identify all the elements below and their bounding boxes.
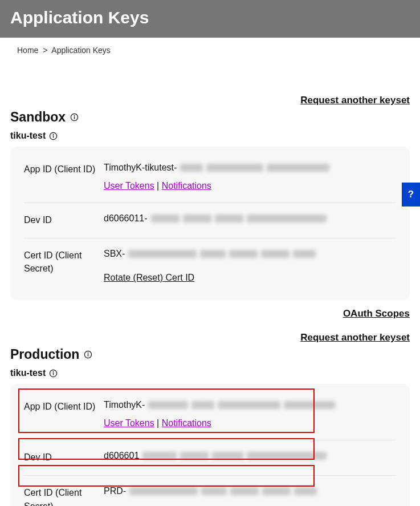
production-title-row: Production <box>10 347 410 362</box>
oauth-scopes-link[interactable]: OAuth Scopes <box>343 308 410 319</box>
devid-value: d6066011- <box>104 213 396 226</box>
breadcrumb: Home > Application Keys <box>0 38 420 60</box>
production-appid-prefix: TimothyK- <box>104 400 145 410</box>
redacted-segment <box>212 452 243 460</box>
redacted-segment <box>128 250 197 258</box>
sandbox-devid-row: Dev ID d6066011- <box>24 203 396 238</box>
sandbox-appid-links: User Tokens | Notifications <box>104 181 396 191</box>
production-title: Production <box>10 347 79 362</box>
redacted-segment <box>247 214 327 222</box>
production-certid-prefix: PRD- <box>104 486 126 496</box>
svg-point-1 <box>74 115 75 116</box>
sandbox-title-row: Sandbox <box>10 110 410 125</box>
production-app-name: tiku-test <box>10 368 46 378</box>
info-icon[interactable] <box>84 350 92 359</box>
svg-rect-2 <box>74 116 75 119</box>
certid-label: Cert ID (Client Secret) <box>24 249 104 283</box>
redacted-segment <box>129 487 198 495</box>
main-content: Request another keyset Sandbox tiku-test… <box>0 95 420 506</box>
sandbox-request-row: Request another keyset <box>10 95 410 106</box>
redacted-segment <box>200 250 226 258</box>
breadcrumb-current: Application Keys <box>51 46 111 55</box>
redacted-segment <box>180 164 203 172</box>
redacted-segment <box>151 214 180 222</box>
svg-point-7 <box>88 353 89 354</box>
redacted-segment <box>261 250 289 258</box>
user-tokens-link[interactable]: User Tokens <box>104 418 154 428</box>
oauth-scopes-row: OAuth Scopes <box>10 308 410 319</box>
sandbox-title: Sandbox <box>10 110 66 125</box>
notifications-link[interactable]: Notifications <box>162 181 211 191</box>
page-title: Application Keys <box>10 8 410 27</box>
redacted-segment <box>284 401 335 409</box>
svg-point-10 <box>53 371 54 372</box>
info-icon[interactable] <box>70 113 79 122</box>
user-tokens-link[interactable]: User Tokens <box>104 181 154 191</box>
rotate-cert-link[interactable]: Rotate (Reset) Cert ID <box>104 273 194 282</box>
notifications-link[interactable]: Notifications <box>162 418 211 428</box>
production-app-name-row: tiku-test <box>10 368 410 378</box>
devid-value: d606601 <box>104 451 396 464</box>
redacted-segment <box>218 401 280 409</box>
production-devid-row: Dev ID d606601 <box>24 440 396 476</box>
redacted-segment <box>262 487 291 495</box>
svg-rect-5 <box>53 135 54 137</box>
redacted-segment <box>183 214 211 222</box>
sandbox-app-name: tiku-test <box>10 131 46 141</box>
svg-rect-8 <box>88 354 88 357</box>
breadcrumb-sep: > <box>40 46 50 55</box>
help-icon: ? <box>408 189 414 200</box>
breadcrumb-home[interactable]: Home <box>17 46 38 55</box>
production-certid-row: Cert ID (Client Secret) PRD- Rotate (Res… <box>24 476 396 506</box>
info-icon[interactable] <box>49 132 58 140</box>
redacted-segment <box>191 401 214 409</box>
redacted-segment <box>230 487 259 495</box>
sandbox-appid-row: App ID (Client ID) TimothyK-tikutest- Us… <box>24 152 396 203</box>
sandbox-appid-prefix: TimothyK-tikutest- <box>104 163 177 173</box>
devid-label: Dev ID <box>24 451 104 464</box>
certid-value: PRD- Rotate (Reset) Cert ID <box>104 486 396 506</box>
appid-value: TimothyK- User Tokens | Notifications <box>104 400 396 428</box>
request-keyset-link-sandbox[interactable]: Request another keyset <box>300 95 410 106</box>
sandbox-certid-row: Cert ID (Client Secret) SBX- Rotate (Res… <box>24 238 396 294</box>
redacted-segment <box>247 452 327 460</box>
production-card: App ID (Client ID) TimothyK- User Tokens… <box>10 384 410 506</box>
svg-rect-11 <box>53 373 54 375</box>
devid-label: Dev ID <box>24 213 104 226</box>
appid-label: App ID (Client ID) <box>24 400 104 428</box>
redacted-segment <box>293 250 316 258</box>
info-icon[interactable] <box>49 369 58 378</box>
header-bar: Application Keys <box>0 0 420 38</box>
redacted-segment <box>180 452 209 460</box>
sandbox-certid-prefix: SBX- <box>104 249 125 259</box>
sandbox-rotate-row: Rotate (Reset) Cert ID <box>104 273 396 283</box>
appid-label: App ID (Client ID) <box>24 163 104 191</box>
redacted-segment <box>294 487 317 495</box>
redacted-segment <box>215 214 243 222</box>
redacted-segment <box>142 452 177 460</box>
link-sep: | <box>154 181 162 191</box>
link-sep: | <box>154 418 162 428</box>
production-appid-row: App ID (Client ID) TimothyK- User Tokens… <box>24 390 396 440</box>
sandbox-devid-prefix: d6066011- <box>104 213 148 224</box>
redacted-segment <box>267 164 329 172</box>
certid-label: Cert ID (Client Secret) <box>24 486 104 506</box>
redacted-segment <box>148 401 188 409</box>
redacted-segment <box>201 487 227 495</box>
production-request-row: Request another keyset <box>10 332 410 343</box>
certid-value: SBX- Rotate (Reset) Cert ID <box>104 249 396 283</box>
help-button[interactable]: ? <box>402 183 420 207</box>
redacted-segment <box>229 250 258 258</box>
redacted-segment <box>206 164 263 172</box>
sandbox-card: App ID (Client ID) TimothyK-tikutest- Us… <box>10 147 410 300</box>
sandbox-app-name-row: tiku-test <box>10 131 410 141</box>
production-devid-prefix: d606601 <box>104 451 139 461</box>
production-appid-links: User Tokens | Notifications <box>104 418 396 428</box>
svg-point-4 <box>53 133 54 135</box>
request-keyset-link-production[interactable]: Request another keyset <box>300 332 410 343</box>
appid-value: TimothyK-tikutest- User Tokens | Notific… <box>104 163 396 191</box>
